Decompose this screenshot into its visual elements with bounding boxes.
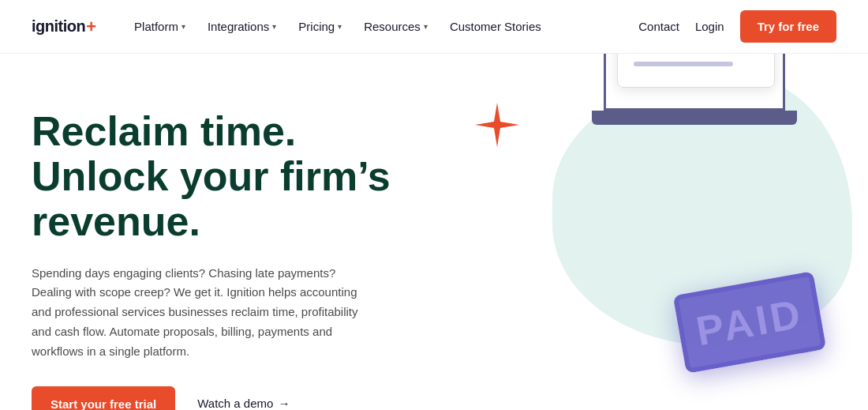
nav-customer-stories[interactable]: Customer Stories [440,13,551,39]
paid-text: PAID [693,290,807,355]
logo-plus: + [86,17,96,37]
navigation: ignition + Platform ▾ Integrations ▾ Pri… [0,0,868,54]
nav-platform[interactable]: Platform ▾ [125,13,195,39]
hero-section: Reclaim time. Unlock your firm’s revenue… [0,54,868,410]
arrow-icon: → [278,397,290,410]
hero-content: Reclaim time. Unlock your firm’s revenue… [32,101,442,410]
logo[interactable]: ignition + [32,17,96,37]
chevron-down-icon: ▾ [272,22,276,31]
hero-heading: Reclaim time. Unlock your firm’s revenue… [32,109,410,245]
invoice-line-4 [634,62,733,66]
hero-illustration: INVOICE PAID [442,101,836,401]
laptop-base [592,111,797,125]
chevron-down-icon: ▾ [181,22,185,31]
invoice-card: INVOICE [617,54,775,88]
chevron-down-icon: ▾ [424,22,428,31]
nav-right: Contact Login Try for free [638,10,836,43]
laptop-screen: INVOICE [604,54,785,111]
watch-demo-link[interactable]: Watch a demo → [197,397,290,410]
nav-resources[interactable]: Resources ▾ [354,13,437,39]
hero-actions: Start your free trial Watch a demo → [32,386,410,410]
chevron-down-icon: ▾ [338,22,342,31]
nav-links: Platform ▾ Integrations ▾ Pricing ▾ Reso… [125,13,638,39]
nav-contact[interactable]: Contact [638,20,679,33]
nav-login[interactable]: Login [695,20,724,33]
nav-integrations[interactable]: Integrations ▾ [198,13,286,39]
hero-body-text: Spending days engaging clients? Chasing … [32,264,363,362]
sparkle-icon [473,101,521,149]
nav-pricing[interactable]: Pricing ▾ [289,13,351,39]
start-free-trial-button[interactable]: Start your free trial [32,386,175,410]
logo-text: ignition [32,17,85,36]
nav-try-for-free-button[interactable]: Try for free [740,10,836,43]
